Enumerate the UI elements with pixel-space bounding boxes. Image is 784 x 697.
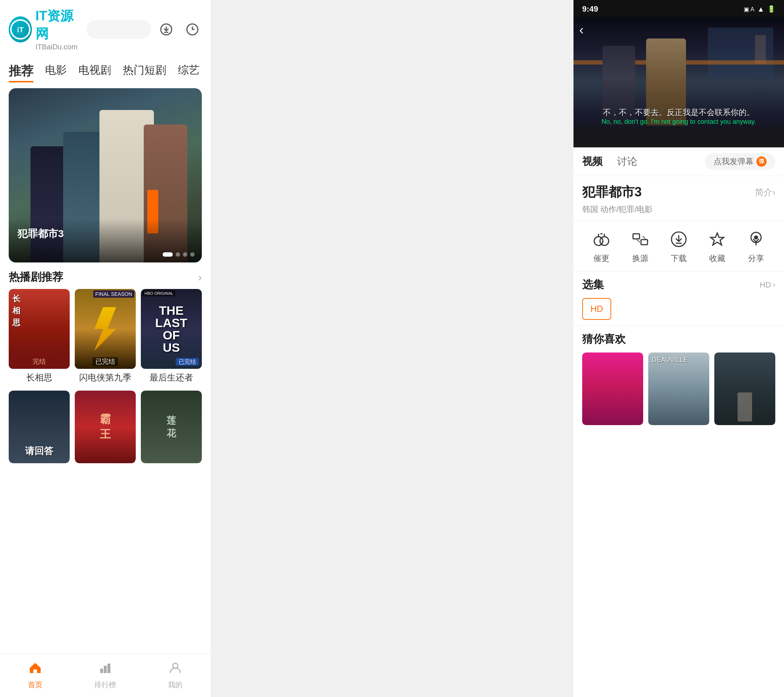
hero-banner[interactable]: 犯罪都市3 — [9, 88, 202, 262]
logo-main: IT资源网 — [36, 7, 81, 43]
logo-sub: ITBaiDu.com — [36, 43, 81, 51]
action-share-btn[interactable]: 分享 — [745, 228, 767, 264]
danmu-badge: 弹 — [756, 157, 767, 166]
show-card-3[interactable]: HBO ORIGINAL THELASTOFUS 已完结 最后生还者 — [141, 289, 202, 385]
danmu-button[interactable]: 点我发弹幕 弹 — [705, 153, 775, 170]
action-more-label: 催更 — [593, 253, 609, 264]
logo-icon: iT — [9, 16, 32, 43]
show-card-2[interactable]: FINAL SEASON 已完结 闪电侠第九季 — [75, 289, 136, 385]
show-card-5[interactable]: 霸王 — [75, 391, 136, 463]
episode-hd-item[interactable]: HD — [582, 298, 611, 320]
show-card-4[interactable]: 请回答 — [9, 391, 70, 463]
tab-video[interactable]: 视频 — [582, 155, 603, 168]
history-icon[interactable] — [183, 20, 202, 39]
episode-header: 选集 HD › — [582, 277, 775, 292]
svg-text:iT: iT — [17, 26, 24, 34]
tab-movies[interactable]: 电影 — [45, 61, 67, 82]
nav-home-label: 首页 — [28, 680, 43, 690]
subtitle-en: No, no, don't go. I'm not going to conta… — [573, 118, 784, 125]
tab-tv[interactable]: 电视剧 — [78, 61, 111, 82]
show-card-6[interactable]: 莲花 — [141, 391, 202, 463]
rec-card-2[interactable]: DEAUVILLE — [648, 353, 709, 425]
hero-background: 犯罪都市3 — [9, 88, 202, 262]
show-grid: 长相思 完结 长相思 FINAL SEASON — [0, 289, 211, 385]
search-bar[interactable] — [86, 20, 151, 39]
episode-title: 选集 — [582, 277, 604, 292]
hero-title: 犯罪都市3 — [17, 227, 64, 241]
hot-section-arrow[interactable]: › — [198, 271, 202, 283]
battery-icon: 🔋 — [767, 5, 775, 13]
hot-section-header: 热播剧推荐 › — [0, 262, 211, 289]
intro-link[interactable]: 简介 › — [755, 186, 775, 198]
svg-rect-13 — [641, 240, 647, 245]
rec-card-3[interactable] — [714, 353, 775, 425]
action-download-btn[interactable]: 下载 — [668, 228, 690, 264]
card-image-3: HBO ORIGINAL THELASTOFUS 已完结 — [141, 289, 202, 369]
dot-1 — [163, 252, 173, 257]
action-buttons: 催更 换源 下载 — [573, 221, 784, 272]
more-icon — [591, 228, 612, 250]
ranking-icon — [99, 661, 112, 678]
action-share-label: 分享 — [748, 253, 764, 264]
nav-profile-label: 我的 — [168, 680, 183, 690]
episode-hd[interactable]: HD › — [760, 280, 775, 290]
status-time: 9:49 — [582, 4, 598, 14]
tab-short[interactable]: 热门短剧 — [123, 61, 166, 82]
tab-discussion[interactable]: 讨论 — [617, 155, 637, 168]
recommend-section: 猜你喜欢 DEAUVILLE — [573, 326, 784, 697]
show-grid-2: 请回答 霸王 莲花 — [0, 385, 211, 463]
source-icon — [629, 228, 651, 250]
action-source-btn[interactable]: 换源 — [629, 228, 651, 264]
action-collect-label: 收藏 — [709, 253, 725, 264]
panel-gap — [211, 0, 573, 697]
nav-ranking-label: 排行榜 — [94, 680, 116, 690]
action-collect-btn[interactable]: 收藏 — [706, 228, 728, 264]
left-panel: iT IT资源网 ITBaiDu.com — [0, 0, 211, 697]
card-image-1: 长相思 完结 — [9, 289, 70, 369]
action-download-label: 下载 — [671, 253, 687, 264]
share-icon — [745, 228, 767, 250]
video-tabs: 视频 讨论 点我发弹幕 弹 — [573, 147, 784, 176]
show-name-1: 长相思 — [9, 369, 70, 385]
nav-ranking[interactable]: 排行榜 — [70, 654, 140, 697]
download-icon — [668, 228, 690, 250]
header-icons — [157, 20, 202, 39]
status-icons: ▣ A ▲ 🔋 — [744, 5, 775, 13]
profile-icon — [169, 661, 182, 678]
status-bar: 9:49 ▣ A ▲ 🔋 — [573, 0, 784, 17]
nav-profile[interactable]: 我的 — [140, 654, 211, 697]
show-card-1[interactable]: 长相思 完结 长相思 — [9, 289, 70, 385]
hero-dots — [163, 252, 194, 257]
right-panel: 9:49 ▣ A ▲ 🔋 不，不，不要去。反正我是不会联系你的。 No, no,… — [573, 0, 784, 697]
svg-marker-17 — [711, 233, 724, 245]
movie-title: 犯罪都市3 — [582, 183, 642, 201]
bottom-nav: 首页 排行榜 我的 — [0, 653, 211, 697]
svg-point-11 — [600, 237, 609, 246]
action-more-btn[interactable]: 催更 — [591, 228, 612, 264]
header: iT IT资源网 ITBaiDu.com — [0, 0, 211, 58]
svg-rect-12 — [633, 234, 639, 239]
recommend-title: 猜你喜欢 — [582, 332, 775, 347]
dot-2 — [176, 252, 180, 257]
collect-icon — [706, 228, 728, 250]
logo-area: iT IT资源网 ITBaiDu.com — [9, 7, 81, 51]
back-button[interactable]: ‹ — [579, 23, 584, 38]
danmu-label: 点我发弹幕 — [713, 156, 754, 167]
nav-home[interactable]: 首页 — [0, 654, 70, 697]
movie-title-row: 犯罪都市3 简介 › — [582, 183, 775, 201]
svg-rect-6 — [100, 669, 103, 673]
video-scene: 不，不，不要去。反正我是不会联系你的。 No, no, don't go. I'… — [573, 17, 784, 147]
dot-3 — [183, 252, 187, 257]
download-icon[interactable] — [157, 20, 176, 39]
home-icon — [29, 661, 42, 678]
tab-recommend[interactable]: 推荐 — [9, 61, 33, 82]
sim-icon: ▣ A — [744, 6, 754, 13]
svg-rect-8 — [107, 664, 110, 673]
rec-card-1[interactable] — [582, 353, 643, 425]
movie-info: 犯罪都市3 简介 › 韩国 动作/犯罪/电影 — [573, 176, 784, 221]
card-image-2: FINAL SEASON 已完结 — [75, 289, 136, 369]
video-player[interactable]: 不，不，不要去。反正我是不会联系你的。 No, no, don't go. I'… — [573, 17, 784, 147]
tab-variety[interactable]: 综艺 — [178, 61, 199, 82]
svg-rect-7 — [104, 666, 107, 673]
subtitle-area: 不，不，不要去。反正我是不会联系你的。 No, no, don't go. I'… — [573, 107, 784, 125]
